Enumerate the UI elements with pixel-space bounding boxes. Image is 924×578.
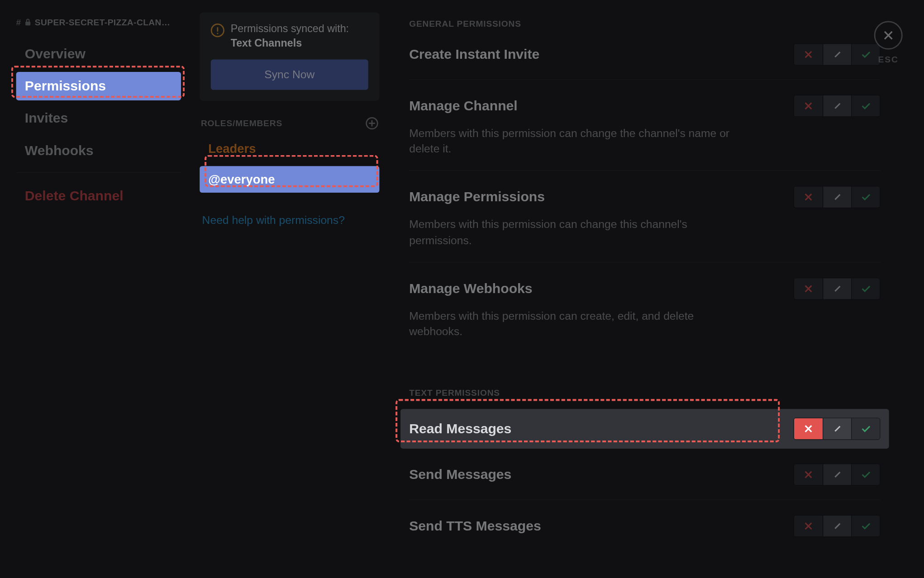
perm-description: Members with this permission can change …	[409, 126, 744, 157]
roles-header: ROLES/MEMBERS	[201, 117, 378, 129]
permissions-panel: GENERAL PERMISSIONS Create Instant Invit…	[384, 0, 924, 578]
perm-title: Manage Webhooks	[409, 280, 532, 297]
warning-icon	[211, 24, 224, 37]
x-icon	[804, 102, 813, 110]
roles-column: Permissions synced with: Text Channels S…	[192, 0, 385, 578]
check-icon	[861, 50, 871, 59]
perm-description: Members with this permission can change …	[409, 217, 744, 248]
settings-sidebar: # SUPER-SECRET-PIZZA-CLAN… Overview Perm…	[0, 0, 192, 578]
sync-target: Text Channels	[231, 37, 302, 49]
perm-allow-button[interactable]	[851, 464, 880, 485]
x-icon	[804, 50, 813, 59]
perm-deny-button[interactable]	[794, 278, 823, 299]
sync-now-button[interactable]: Sync Now	[211, 59, 368, 90]
perm-deny-button[interactable]	[794, 95, 823, 117]
perm-read-messages: Read Messages	[400, 409, 889, 449]
hash-lock-icon: #	[16, 18, 31, 27]
x-icon	[804, 470, 813, 479]
x-icon	[804, 425, 813, 433]
sync-text: Permissions synced with: Text Channels	[231, 22, 349, 51]
perm-default-button[interactable]	[823, 516, 851, 537]
delete-channel-button[interactable]: Delete Channel	[16, 183, 181, 209]
permissions-help-link[interactable]: Need help with permissions?	[202, 213, 345, 227]
perm-toggle	[794, 464, 881, 486]
role-item-label: @everyone	[208, 172, 275, 186]
perm-allow-button[interactable]	[851, 418, 880, 440]
add-role-icon[interactable]	[366, 117, 378, 129]
slash-icon	[833, 102, 842, 110]
role-item-leaders[interactable]: Leaders	[200, 136, 379, 162]
perm-toggle	[794, 43, 881, 66]
sync-now-label: Sync Now	[264, 68, 314, 81]
perm-default-button[interactable]	[823, 278, 851, 299]
sidebar-item-label: Permissions	[25, 78, 106, 94]
perm-toggle	[794, 515, 881, 537]
x-icon	[804, 522, 813, 531]
slash-icon	[833, 50, 842, 59]
esc-label: ESC	[874, 55, 903, 65]
perm-description: Members with this permission can create,…	[409, 308, 744, 340]
slash-icon	[833, 284, 842, 293]
perm-allow-button[interactable]	[851, 278, 880, 299]
svg-rect-1	[25, 22, 30, 25]
sidebar-item-overview[interactable]: Overview	[16, 40, 181, 68]
perm-default-button[interactable]	[823, 187, 851, 208]
perm-send-tts-messages: Send TTS Messages	[409, 514, 880, 551]
check-icon	[861, 193, 871, 202]
sidebar-item-webhooks[interactable]: Webhooks	[16, 136, 181, 165]
delete-channel-label: Delete Channel	[25, 188, 124, 203]
check-icon	[861, 522, 871, 531]
check-icon	[861, 470, 871, 479]
perm-create-invite: Create Instant Invite	[409, 42, 880, 80]
channel-name-label: # SUPER-SECRET-PIZZA-CLAN…	[16, 17, 181, 27]
perm-toggle	[794, 95, 881, 117]
perm-toggle	[794, 418, 881, 440]
perm-title: Send TTS Messages	[409, 518, 541, 534]
x-icon	[804, 193, 813, 202]
channel-name-text: SUPER-SECRET-PIZZA-CLAN…	[35, 17, 171, 27]
role-item-label: Leaders	[208, 142, 256, 156]
perm-title: Manage Permissions	[409, 189, 545, 205]
perm-title: Send Messages	[409, 467, 511, 483]
role-item-everyone[interactable]: @everyone	[200, 166, 379, 193]
sidebar-divider	[16, 172, 181, 173]
perm-toggle	[794, 277, 881, 299]
perm-deny-button[interactable]	[794, 418, 823, 440]
perm-toggle	[794, 186, 881, 208]
slash-icon	[833, 193, 842, 202]
close-icon	[883, 30, 894, 41]
roles-header-label: ROLES/MEMBERS	[201, 118, 282, 128]
text-permissions-header: TEXT PERMISSIONS	[409, 388, 880, 398]
perm-title: Read Messages	[409, 421, 511, 437]
slash-icon	[833, 425, 842, 433]
slash-icon	[833, 522, 842, 531]
perm-allow-button[interactable]	[851, 187, 880, 208]
close-button[interactable]	[874, 21, 903, 50]
perm-manage-permissions: Manage Permissions Members with this per…	[409, 185, 880, 263]
perm-default-button[interactable]	[823, 95, 851, 117]
perm-manage-webhooks: Manage Webhooks Members with this permis…	[409, 276, 880, 353]
perm-deny-button[interactable]	[794, 44, 823, 65]
close-area: ESC	[874, 21, 903, 65]
perm-title: Create Instant Invite	[409, 47, 539, 63]
perm-default-button[interactable]	[823, 418, 851, 440]
sidebar-item-invites[interactable]: Invites	[16, 104, 181, 133]
perm-deny-button[interactable]	[794, 187, 823, 208]
perm-default-button[interactable]	[823, 44, 851, 65]
sidebar-item-label: Overview	[25, 46, 86, 61]
sidebar-item-permissions[interactable]: Permissions	[16, 72, 181, 100]
perm-deny-button[interactable]	[794, 464, 823, 485]
check-icon	[861, 102, 871, 110]
sidebar-item-label: Invites	[25, 110, 68, 126]
perm-send-messages: Send Messages	[409, 462, 880, 500]
perm-default-button[interactable]	[823, 464, 851, 485]
svg-text:#: #	[16, 18, 21, 27]
sidebar-item-label: Webhooks	[25, 142, 94, 158]
check-icon	[861, 425, 871, 433]
check-icon	[861, 284, 871, 293]
perm-manage-channel: Manage Channel Members with this permiss…	[409, 94, 880, 171]
perm-allow-button[interactable]	[851, 516, 880, 537]
perm-deny-button[interactable]	[794, 516, 823, 537]
slash-icon	[833, 470, 842, 479]
perm-allow-button[interactable]	[851, 95, 880, 117]
